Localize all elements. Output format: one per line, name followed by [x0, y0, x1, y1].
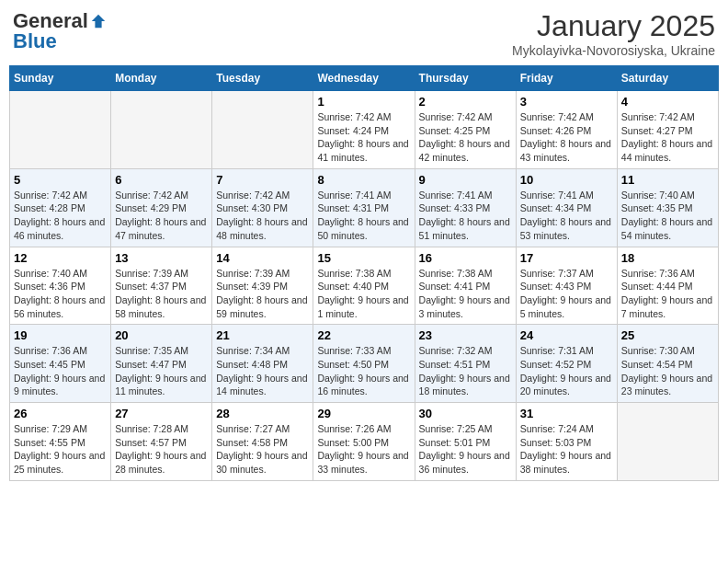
- day-number: 29: [317, 407, 410, 420]
- day-number: 1: [317, 95, 410, 109]
- logo-blue: Blue: [13, 29, 57, 53]
- calendar-cell: 25Sunrise: 7:30 AM Sunset: 4:54 PM Dayli…: [617, 325, 718, 403]
- day-info: Sunrise: 7:41 AM Sunset: 4:33 PM Dayligh…: [419, 189, 512, 243]
- calendar-cell: 12Sunrise: 7:40 AM Sunset: 4:36 PM Dayli…: [10, 247, 111, 325]
- calendar-cell: 28Sunrise: 7:27 AM Sunset: 4:58 PM Dayli…: [212, 403, 313, 481]
- day-info: Sunrise: 7:31 AM Sunset: 4:52 PM Dayligh…: [520, 344, 613, 398]
- calendar-cell: 7Sunrise: 7:42 AM Sunset: 4:30 PM Daylig…: [212, 168, 313, 247]
- day-info: Sunrise: 7:41 AM Sunset: 4:31 PM Dayligh…: [317, 189, 410, 243]
- calendar-cell: [617, 403, 718, 481]
- day-number: 30: [419, 407, 512, 420]
- calendar-cell: 18Sunrise: 7:36 AM Sunset: 4:44 PM Dayli…: [617, 247, 718, 325]
- day-info: Sunrise: 7:39 AM Sunset: 4:39 PM Dayligh…: [216, 267, 309, 321]
- day-number: 13: [115, 251, 208, 265]
- calendar-week-row: 12Sunrise: 7:40 AM Sunset: 4:36 PM Dayli…: [10, 247, 719, 325]
- day-info: Sunrise: 7:37 AM Sunset: 4:43 PM Dayligh…: [520, 267, 613, 321]
- day-number: 4: [621, 95, 714, 109]
- day-info: Sunrise: 7:36 AM Sunset: 4:44 PM Dayligh…: [621, 267, 714, 321]
- calendar-cell: 8Sunrise: 7:41 AM Sunset: 4:31 PM Daylig…: [313, 168, 415, 247]
- month-title: January 2025: [512, 9, 715, 43]
- calendar-cell: 30Sunrise: 7:25 AM Sunset: 5:01 PM Dayli…: [415, 403, 516, 481]
- calendar-week-row: 19Sunrise: 7:36 AM Sunset: 4:45 PM Dayli…: [10, 325, 719, 403]
- day-info: Sunrise: 7:25 AM Sunset: 5:01 PM Dayligh…: [419, 422, 512, 477]
- day-number: 26: [14, 407, 107, 420]
- column-header-saturday: Saturday: [617, 66, 718, 91]
- day-info: Sunrise: 7:42 AM Sunset: 4:28 PM Dayligh…: [14, 189, 107, 243]
- day-number: 24: [520, 328, 613, 342]
- day-info: Sunrise: 7:27 AM Sunset: 4:58 PM Dayligh…: [216, 422, 309, 477]
- calendar-cell: 26Sunrise: 7:29 AM Sunset: 4:55 PM Dayli…: [10, 403, 111, 481]
- day-number: 21: [216, 328, 309, 342]
- logo-icon: [90, 13, 107, 29]
- day-info: Sunrise: 7:41 AM Sunset: 4:34 PM Dayligh…: [520, 189, 613, 243]
- day-number: 22: [317, 328, 410, 342]
- day-number: 23: [419, 328, 512, 342]
- calendar-cell: 1Sunrise: 7:42 AM Sunset: 4:24 PM Daylig…: [313, 91, 415, 169]
- calendar-cell: 4Sunrise: 7:42 AM Sunset: 4:27 PM Daylig…: [617, 91, 718, 169]
- day-info: Sunrise: 7:42 AM Sunset: 4:24 PM Dayligh…: [317, 110, 410, 165]
- day-number: 28: [216, 407, 309, 420]
- calendar-cell: 21Sunrise: 7:34 AM Sunset: 4:48 PM Dayli…: [212, 325, 313, 403]
- day-number: 20: [115, 328, 208, 342]
- day-info: Sunrise: 7:32 AM Sunset: 4:51 PM Dayligh…: [419, 344, 512, 398]
- column-header-thursday: Thursday: [415, 66, 516, 91]
- calendar-cell: 23Sunrise: 7:32 AM Sunset: 4:51 PM Dayli…: [415, 325, 516, 403]
- day-number: 25: [621, 328, 714, 342]
- calendar-cell: [212, 91, 313, 169]
- day-number: 14: [216, 251, 309, 265]
- day-number: 31: [520, 407, 613, 420]
- day-info: Sunrise: 7:29 AM Sunset: 4:55 PM Dayligh…: [14, 422, 107, 477]
- calendar-week-row: 1Sunrise: 7:42 AM Sunset: 4:24 PM Daylig…: [10, 91, 719, 169]
- column-header-friday: Friday: [516, 66, 617, 91]
- column-header-tuesday: Tuesday: [212, 66, 313, 91]
- location-subtitle: Mykolayivka-Novorosiyska, Ukraine: [512, 43, 715, 58]
- calendar-week-row: 26Sunrise: 7:29 AM Sunset: 4:55 PM Dayli…: [10, 403, 719, 481]
- day-info: Sunrise: 7:40 AM Sunset: 4:36 PM Dayligh…: [14, 267, 107, 321]
- day-info: Sunrise: 7:30 AM Sunset: 4:54 PM Dayligh…: [621, 344, 714, 398]
- day-number: 19: [14, 328, 107, 342]
- day-info: Sunrise: 7:36 AM Sunset: 4:45 PM Dayligh…: [14, 344, 107, 398]
- calendar-cell: 13Sunrise: 7:39 AM Sunset: 4:37 PM Dayli…: [111, 247, 212, 325]
- calendar-cell: 6Sunrise: 7:42 AM Sunset: 4:29 PM Daylig…: [111, 168, 212, 247]
- day-info: Sunrise: 7:42 AM Sunset: 4:26 PM Dayligh…: [520, 110, 613, 165]
- day-info: Sunrise: 7:42 AM Sunset: 4:30 PM Dayligh…: [216, 189, 309, 243]
- day-number: 15: [317, 251, 410, 265]
- calendar-week-row: 5Sunrise: 7:42 AM Sunset: 4:28 PM Daylig…: [10, 168, 719, 247]
- day-info: Sunrise: 7:38 AM Sunset: 4:40 PM Dayligh…: [317, 267, 410, 321]
- day-info: Sunrise: 7:42 AM Sunset: 4:29 PM Dayligh…: [115, 189, 208, 243]
- calendar-cell: 27Sunrise: 7:28 AM Sunset: 4:57 PM Dayli…: [111, 403, 212, 481]
- calendar-cell: [10, 91, 111, 169]
- calendar-cell: 24Sunrise: 7:31 AM Sunset: 4:52 PM Dayli…: [516, 325, 617, 403]
- calendar-cell: 20Sunrise: 7:35 AM Sunset: 4:47 PM Dayli…: [111, 325, 212, 403]
- day-info: Sunrise: 7:24 AM Sunset: 5:03 PM Dayligh…: [520, 422, 613, 477]
- day-info: Sunrise: 7:34 AM Sunset: 4:48 PM Dayligh…: [216, 344, 309, 398]
- logo: General Blue: [13, 9, 107, 53]
- day-number: 11: [621, 173, 714, 187]
- day-info: Sunrise: 7:39 AM Sunset: 4:37 PM Dayligh…: [115, 267, 208, 321]
- day-number: 12: [14, 251, 107, 265]
- day-info: Sunrise: 7:35 AM Sunset: 4:47 PM Dayligh…: [115, 344, 208, 398]
- day-number: 10: [520, 173, 613, 187]
- calendar-table: SundayMondayTuesdayWednesdayThursdayFrid…: [9, 65, 719, 481]
- svg-marker-0: [92, 15, 105, 28]
- day-number: 7: [216, 173, 309, 187]
- calendar-cell: 9Sunrise: 7:41 AM Sunset: 4:33 PM Daylig…: [415, 168, 516, 247]
- day-info: Sunrise: 7:26 AM Sunset: 5:00 PM Dayligh…: [317, 422, 410, 477]
- title-section: January 2025 Mykolayivka-Novorosiyska, U…: [512, 9, 715, 58]
- calendar-cell: 5Sunrise: 7:42 AM Sunset: 4:28 PM Daylig…: [10, 168, 111, 247]
- day-info: Sunrise: 7:28 AM Sunset: 4:57 PM Dayligh…: [115, 422, 208, 477]
- calendar-cell: 19Sunrise: 7:36 AM Sunset: 4:45 PM Dayli…: [10, 325, 111, 403]
- calendar-cell: 14Sunrise: 7:39 AM Sunset: 4:39 PM Dayli…: [212, 247, 313, 325]
- day-info: Sunrise: 7:42 AM Sunset: 4:25 PM Dayligh…: [419, 110, 512, 165]
- calendar-cell: 3Sunrise: 7:42 AM Sunset: 4:26 PM Daylig…: [516, 91, 617, 169]
- calendar-cell: 29Sunrise: 7:26 AM Sunset: 5:00 PM Dayli…: [313, 403, 415, 481]
- day-info: Sunrise: 7:40 AM Sunset: 4:35 PM Dayligh…: [621, 189, 714, 243]
- day-number: 2: [419, 95, 512, 109]
- calendar-cell: 15Sunrise: 7:38 AM Sunset: 4:40 PM Dayli…: [313, 247, 415, 325]
- day-number: 18: [621, 251, 714, 265]
- column-header-monday: Monday: [111, 66, 212, 91]
- calendar-cell: [111, 91, 212, 169]
- calendar-cell: 2Sunrise: 7:42 AM Sunset: 4:25 PM Daylig…: [415, 91, 516, 169]
- day-number: 6: [115, 173, 208, 187]
- day-number: 27: [115, 407, 208, 420]
